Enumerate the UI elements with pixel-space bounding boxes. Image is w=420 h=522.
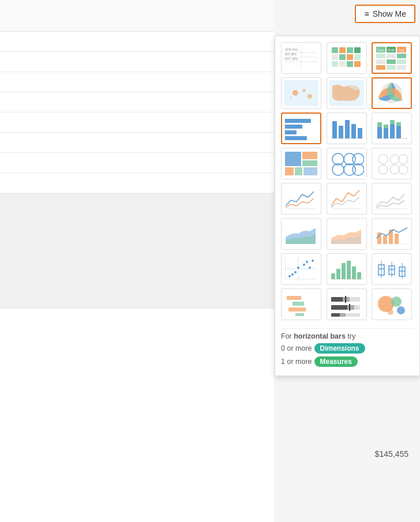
hint-row-dimensions: 0 or more Dimensions — [281, 343, 414, 354]
show-me-label: Show Me — [373, 9, 406, 18]
chart-bar[interactable] — [327, 112, 367, 144]
chart-discrete-line[interactable] — [327, 183, 367, 215]
chart-bullet[interactable] — [327, 288, 367, 320]
svg-rect-117 — [288, 307, 306, 311]
svg-rect-47 — [339, 126, 343, 138]
svg-rect-129 — [331, 313, 340, 317]
svg-point-88 — [294, 271, 297, 273]
chart-stacked-bar[interactable] — [372, 112, 412, 144]
chart-histogram[interactable] — [327, 253, 367, 285]
svg-point-132 — [397, 306, 405, 314]
svg-rect-49 — [351, 124, 356, 138]
svg-rect-99 — [331, 273, 335, 279]
panel-footer: For horizontal bars try 0 or more Dimens… — [281, 328, 414, 367]
svg-rect-50 — [358, 128, 362, 138]
chart-text-table[interactable]: STM 40% BIO 38% NYC 32% — [281, 42, 321, 74]
svg-rect-8 — [339, 47, 346, 53]
show-me-button[interactable]: ≡ Show Me — [355, 5, 415, 23]
svg-point-76 — [378, 165, 388, 174]
chart-box-whisker[interactable] — [372, 253, 412, 285]
chart-area[interactable] — [281, 218, 321, 250]
svg-rect-61 — [285, 152, 301, 166]
svg-point-77 — [390, 165, 399, 174]
svg-rect-83 — [383, 235, 387, 244]
svg-rect-9 — [347, 47, 353, 53]
svg-rect-63 — [302, 160, 317, 166]
svg-rect-42 — [285, 125, 302, 129]
hint-row-1: For horizontal bars try — [281, 332, 414, 340]
svg-rect-34 — [284, 80, 318, 106]
svg-rect-25 — [376, 54, 385, 58]
svg-rect-41 — [285, 119, 311, 123]
svg-text:Profit: Profit — [388, 48, 395, 52]
svg-text:Sales: Sales — [377, 48, 385, 52]
svg-rect-15 — [332, 61, 338, 67]
row-2 — [0, 52, 274, 72]
chart-treemap[interactable] — [281, 148, 321, 179]
svg-rect-48 — [345, 120, 350, 138]
chart-symbol-map[interactable] — [281, 77, 321, 109]
chart-discrete-area[interactable] — [327, 218, 367, 250]
svg-rect-57 — [390, 120, 395, 124]
chart-highlight-table[interactable]: Sales Profit Type — [372, 42, 412, 74]
chart-dual-combination[interactable] — [372, 218, 412, 250]
measures-badge: Measures — [314, 356, 358, 367]
svg-rect-115 — [287, 296, 301, 300]
svg-rect-52 — [377, 127, 382, 138]
svg-rect-31 — [376, 65, 385, 70]
svg-rect-11 — [332, 54, 338, 60]
chart-dual-line[interactable] — [372, 183, 412, 215]
svg-rect-44 — [285, 136, 307, 140]
chart-horizontal-bar[interactable] — [281, 112, 321, 144]
svg-rect-29 — [387, 59, 396, 64]
svg-text:NYC 32%: NYC 32% — [285, 57, 298, 61]
svg-rect-121 — [331, 297, 343, 302]
svg-rect-58 — [396, 126, 401, 138]
svg-rect-56 — [390, 124, 395, 138]
svg-point-87 — [288, 275, 291, 277]
svg-rect-103 — [352, 266, 356, 279]
chart-circle-view[interactable] — [327, 148, 367, 179]
chart-heat-map[interactable] — [327, 42, 367, 74]
svg-rect-116 — [292, 302, 304, 306]
svg-rect-17 — [347, 61, 353, 67]
svg-rect-64 — [285, 167, 294, 175]
main-content — [0, 0, 274, 522]
row-8 — [0, 173, 274, 193]
row-3 — [0, 72, 274, 92]
svg-rect-59 — [396, 122, 401, 126]
svg-point-131 — [391, 296, 402, 307]
chart-side-circles[interactable] — [372, 148, 412, 179]
svg-rect-16 — [339, 61, 346, 67]
chart-continuous-line[interactable] — [281, 183, 321, 215]
svg-rect-30 — [397, 59, 406, 64]
svg-point-36 — [302, 89, 306, 92]
chart-scatter[interactable] — [281, 253, 321, 285]
chart-pie[interactable] — [372, 77, 412, 109]
dim-label: 0 or more — [281, 344, 312, 352]
chart-gantt[interactable] — [281, 288, 321, 320]
svg-rect-32 — [387, 65, 396, 70]
chart-filled-map[interactable] — [327, 77, 367, 109]
svg-rect-14 — [354, 54, 361, 60]
row-1 — [0, 32, 274, 52]
row-4 — [0, 92, 274, 112]
svg-rect-54 — [384, 128, 388, 138]
main-top-bar — [0, 0, 274, 32]
svg-rect-28 — [376, 59, 385, 64]
svg-text:BIO 38%: BIO 38% — [285, 52, 297, 56]
chart-packed-bubbles[interactable] — [372, 288, 412, 320]
bottom-value: $145,455 — [375, 449, 408, 459]
svg-rect-101 — [342, 263, 346, 279]
svg-rect-65 — [295, 167, 302, 175]
chart-grid: STM 40% BIO 38% NYC 32% — [281, 42, 414, 320]
show-me-icon: ≡ — [364, 9, 369, 18]
svg-rect-100 — [336, 269, 340, 279]
svg-point-67 — [332, 153, 344, 165]
row-5 — [0, 112, 274, 133]
hint-row-measures: 1 or more Measures — [281, 356, 414, 367]
gray-section — [0, 193, 274, 309]
svg-point-92 — [306, 261, 308, 263]
svg-rect-125 — [331, 305, 347, 310]
svg-rect-66 — [303, 167, 317, 175]
